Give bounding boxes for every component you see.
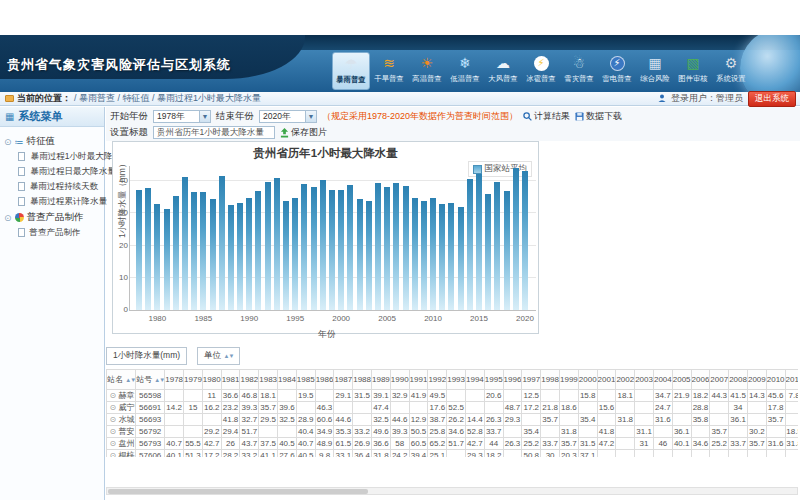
scrollbar-thumb[interactable] [108, 489, 368, 494]
end-year-select[interactable]: 2020年 ▼ [259, 110, 317, 123]
row-expander-icon[interactable]: ⊙ [110, 451, 117, 457]
year-column-header[interactable]: 1983 [259, 370, 278, 390]
sidebar-group-1[interactable]: ⊙普查产品制作 [4, 211, 102, 224]
year-column-header[interactable]: 2002 [616, 370, 635, 390]
sidebar-item[interactable]: 暴雨过程持续天数 [18, 180, 102, 193]
value-cell: 28.8 [691, 402, 710, 414]
year-column-header[interactable]: 1984 [278, 370, 297, 390]
settings-nav-item[interactable]: ⚙系统设置 [712, 52, 750, 90]
start-year-select[interactable]: 1978年 ▼ [153, 110, 211, 123]
year-column-header[interactable]: 1997 [522, 370, 541, 390]
year-column-header[interactable]: 1988 [353, 370, 372, 390]
sidebar-item[interactable]: 暴雨过程累计降水量 [18, 195, 102, 208]
data-download-button[interactable]: 数据下载 [575, 110, 622, 123]
station-name-cell[interactable]: ⊙ 盘州 [107, 438, 136, 450]
station-name-cell[interactable]: ⊙ 桐梓 [107, 450, 136, 458]
year-column-header[interactable]: 1987 [334, 370, 353, 390]
year-column-header[interactable]: 1986 [315, 370, 334, 390]
value-cell: 34.9 [315, 426, 334, 438]
year-column-header[interactable]: 2004 [653, 370, 672, 390]
horizontal-scrollbar[interactable] [106, 487, 798, 495]
year-column-header[interactable]: 1995 [484, 370, 503, 390]
row-expander-icon[interactable]: ⊙ [110, 391, 117, 400]
save-image-button[interactable]: 保存图片 [280, 126, 327, 139]
year-column-header[interactable]: 2001 [597, 370, 616, 390]
breadcrumb-path[interactable]: / 暴雨普查 / 特征值 / 暴雨过程1小时最大降水量 [74, 92, 261, 105]
year-column-header[interactable]: 1999 [559, 370, 578, 390]
composite-risk-nav-item[interactable]: ▦综合风险 [636, 52, 674, 90]
year-column-header[interactable]: 1985 [296, 370, 315, 390]
value-cell: 44.3 [710, 390, 729, 402]
sidebar-item[interactable]: 暴雨过程日最大降水量 [18, 165, 102, 178]
year-column-header[interactable]: 2006 [691, 370, 710, 390]
bar-2012 [448, 203, 454, 310]
year-column-header[interactable]: 1978 [165, 370, 184, 390]
rainstorm-nav-item[interactable]: ☂暴雨普查 [332, 52, 370, 90]
year-column-header[interactable]: 2008 [729, 370, 748, 390]
pie-icon [15, 213, 24, 222]
year-column-header[interactable]: 1982 [240, 370, 259, 390]
station-name-cell[interactable]: ⊙ 威宁 [107, 402, 136, 414]
expander-icon[interactable]: ⊙ [4, 137, 12, 147]
year-column-header[interactable]: 2007 [710, 370, 729, 390]
sidebar-group-0[interactable]: ⊙≔特征值 [4, 135, 102, 148]
table-row: ⊙ 盘州5679340.755.542.72643.737.540.540.74… [107, 438, 799, 450]
year-column-header[interactable]: 1994 [466, 370, 485, 390]
year-column-header[interactable]: 1991 [409, 370, 428, 390]
chevron-down-icon[interactable]: ▼ [199, 111, 210, 122]
year-column-header[interactable]: 1979 [184, 370, 203, 390]
map-review-nav-item[interactable]: ▧图件审核 [674, 52, 712, 90]
year-column-header[interactable]: 2010 [766, 370, 785, 390]
station-name-cell[interactable]: ⊙ 水城 [107, 414, 136, 426]
save-disk-icon [575, 112, 584, 121]
value-cell [578, 402, 597, 414]
wind-nav-item[interactable]: ☁大风普查 [484, 52, 522, 90]
year-column-header[interactable]: 1993 [447, 370, 466, 390]
calc-result-button[interactable]: 计算结果 [523, 110, 570, 123]
row-expander-icon[interactable]: ⊙ [110, 439, 117, 448]
year-column-header[interactable]: 1990 [390, 370, 409, 390]
station-name-cell[interactable]: ⊙ 普安 [107, 426, 136, 438]
year-column-header[interactable]: 1980 [202, 370, 221, 390]
row-expander-icon[interactable]: ⊙ [110, 415, 117, 424]
sort-arrows-icon[interactable]: ▲▼ [223, 353, 233, 359]
year-column-header[interactable]: 2009 [747, 370, 766, 390]
year-column-header[interactable]: 2000 [578, 370, 597, 390]
drought-nav-item[interactable]: ≋干旱普查 [370, 52, 408, 90]
sort-arrows-icon[interactable]: ▲▼ [154, 377, 164, 383]
cold-nav-item[interactable]: ❄低温普查 [446, 52, 484, 90]
heat-nav-item[interactable]: ☀高温普查 [408, 52, 446, 90]
year-column-header[interactable]: 2005 [672, 370, 691, 390]
lightning-nav-item[interactable]: ⚡雷电普查 [598, 52, 636, 90]
value-cell [710, 450, 729, 458]
chevron-down-icon[interactable]: ▼ [305, 111, 316, 122]
row-expander-icon[interactable]: ⊙ [110, 427, 117, 436]
sidebar-item[interactable]: 普查产品制作 [18, 226, 102, 239]
unit-sort-control[interactable]: 单位 ▲▼ [197, 347, 240, 365]
sort-arrows-icon[interactable]: ▲▼ [125, 377, 135, 383]
chart-title-input[interactable]: 贵州省历年1小时最大降水量 [153, 126, 275, 139]
year-column-header[interactable]: 1996 [503, 370, 522, 390]
station-name-cell[interactable]: ⊙ 赫章 [107, 390, 136, 402]
snow-nav-item[interactable]: ☃雪灾普查 [560, 52, 598, 90]
value-cell: 11 [202, 390, 221, 402]
year-column-header[interactable]: 1981 [221, 370, 240, 390]
chart-plot-area: 1小时降水量（mm） 年份 01020304019801985199019952… [129, 166, 536, 311]
hail-nav-item[interactable]: ⚡冰雹普查 [522, 52, 560, 90]
value-cell [559, 414, 578, 426]
expander-icon[interactable]: ⊙ [4, 213, 12, 223]
year-column-header[interactable]: 2011 [785, 370, 798, 390]
year-column-header[interactable]: 2003 [635, 370, 654, 390]
year-column-header[interactable]: 1992 [428, 370, 447, 390]
value-cell: 40.7 [296, 438, 315, 450]
year-column-header[interactable]: 1989 [372, 370, 391, 390]
value-cell: 31.1 [635, 426, 654, 438]
value-cell: 40.5 [296, 450, 315, 458]
year-column-header[interactable]: 1998 [541, 370, 560, 390]
logout-button[interactable]: 退出系统 [748, 91, 796, 107]
name-column-header[interactable]: 站名 ▲▼ [107, 370, 136, 390]
id-column-header[interactable]: 站号 ▲▼ [136, 370, 165, 390]
sidebar-item[interactable]: 暴雨过程1小时最大降水量 [18, 150, 102, 163]
row-expander-icon[interactable]: ⊙ [110, 403, 117, 412]
value-cell: 35.7 [747, 438, 766, 450]
